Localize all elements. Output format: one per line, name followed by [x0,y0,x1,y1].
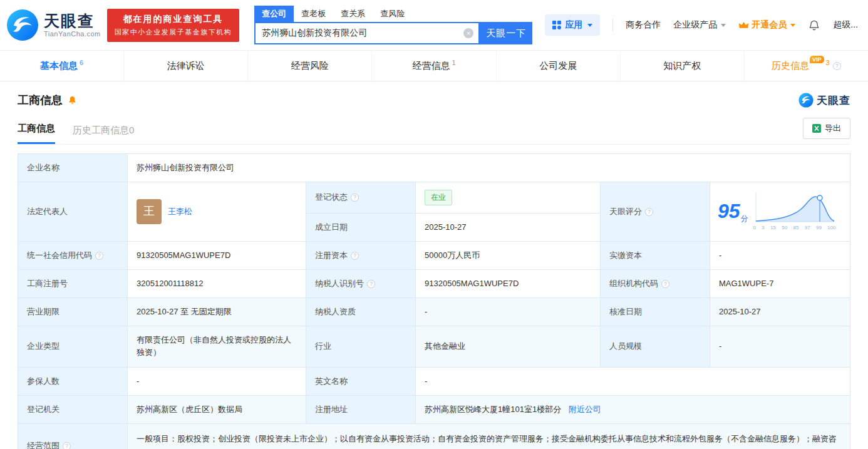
reg-number-value: 320512001118812 [128,270,306,298]
crown-icon [738,21,749,29]
field-label: 登记机关 [18,395,128,423]
label-text: 登记机关 [27,405,59,414]
brand-domain: TianYanCha.com [44,30,101,38]
help-icon[interactable]: ? [661,280,669,288]
super-vip-link[interactable]: 超级... [833,19,858,31]
legal-rep-link[interactable]: 王李松 [168,205,192,218]
field-label: 成立日期 [306,213,416,241]
row-insured-count: 参保人数 - 英文名称 - [18,367,850,395]
tab-label: 基本信息 [40,60,78,72]
paid-capital-value: - [710,241,850,269]
company-name-value: 苏州狮山创新投资有限公司 [128,154,850,182]
top-header: 天眼查 TianYanCha.com 都在用的商业查询工具 国家中小企业发展子基… [0,0,868,50]
tab-label: 公司发展 [539,60,577,72]
tab-company-development[interactable]: 公司发展 [496,51,620,81]
field-label: 营业期限 [18,298,128,326]
search-tab-boss[interactable]: 查老板 [294,6,333,22]
label-text: 统一社会信用代码 [27,250,92,260]
excel-icon [812,124,821,133]
field-label: 组织机构代码? [601,270,710,298]
clear-search-icon[interactable]: × [463,28,473,38]
score-distribution-chart: 0 3 15 50 85 97 99 100 [753,191,836,232]
search-tab-company[interactable]: 查公司 [254,6,294,22]
help-icon[interactable]: ? [351,252,359,260]
score-curve [753,191,836,224]
tab-basic-info[interactable]: 基本信息 6 [0,51,123,81]
promo-banner: 都在用的商业查询工具 国家中小企业发展子基金旗下机构 [107,9,240,42]
tab-operating-risk[interactable]: 经营风险 [247,51,371,81]
field-label: 企业名称 [18,154,128,182]
tianyancha-company-page: 天眼查 TianYanCha.com 都在用的商业查询工具 国家中小企业发展子基… [0,0,868,449]
business-info-table: 企业名称 苏州狮山创新投资有限公司 法定代表人 王 王李松 登记状态? 在业 [18,153,850,449]
label-text: 核准日期 [609,307,642,316]
enterprise-products-menu[interactable]: 企业级产品 [673,19,726,31]
subtab-business-info[interactable]: 工商信息 [18,123,55,144]
apps-menu[interactable]: 应用 [545,14,600,36]
field-label: 工商注册号 [18,270,128,298]
score-axis-ticks: 0 3 15 50 85 97 99 100 [753,224,836,232]
search-input[interactable] [262,28,463,38]
search-tab-relation[interactable]: 查关系 [333,6,373,22]
label-text: 纳税人识别号 [315,279,364,288]
business-cooperation-link[interactable]: 商务合作 [626,19,661,31]
legal-rep-avatar[interactable]: 王 [137,199,162,224]
section-title: 工商信息 [18,93,63,108]
help-icon[interactable]: ? [63,442,71,449]
field-label: 法定代表人 [18,182,128,242]
caret-down-icon [721,24,726,27]
label-text: 注册资本 [315,250,348,260]
label-text: 英文名称 [315,376,348,386]
promo-line1: 都在用的商业查询工具 [115,14,232,25]
nearby-companies-link[interactable]: 附近公司 [569,405,601,414]
tab-operating-info[interactable]: 经营信息 1 [371,51,495,81]
tab-label: 法律诉讼 [167,60,205,72]
search-tab-risk[interactable]: 查风险 [373,6,412,22]
search-submit-button[interactable]: 天眼一下 [480,22,532,44]
tab-label: 知识产权 [663,60,701,72]
tab-history-info[interactable]: 历史信息 VIP 3 ? [744,51,868,81]
tab-label: 经营信息 [412,60,450,72]
label-text: 营业期限 [27,307,59,316]
label-text: 组织机构代码 [609,279,658,288]
monitor-bell-button[interactable] [68,95,77,105]
status-badge: 在业 [425,190,452,205]
field-label: 英文名称 [306,367,416,395]
label-text: 企业类型 [27,341,59,351]
field-label: 核准日期 [601,298,710,326]
search-row: × 天眼一下 [254,22,532,44]
open-membership-menu[interactable]: 开通会员 [738,19,795,31]
subtab-history-business-info[interactable]: 历史工商信息0 [73,125,134,144]
insured-count-value: - [128,367,306,395]
tab-intellectual-property[interactable]: 知识产权 [620,51,744,81]
caret-down-icon [790,24,795,27]
tick: 97 [805,224,810,232]
membership-label: 开通会员 [752,19,787,31]
row-credit-code: 统一社会信用代码? 91320505MAG1WUPE7D 注册资本? 50000… [18,241,850,269]
tab-legal-proceedings[interactable]: 法律诉讼 [123,51,247,81]
score-value: 95 [718,200,740,222]
brand-logo[interactable]: 天眼查 TianYanCha.com [6,9,101,41]
notifications-button[interactable] [808,18,820,32]
export-button[interactable]: 导出 [803,118,850,139]
tianyancha-eye-icon [6,9,39,41]
field-label: 人员规模 [601,326,710,367]
english-name-value: - [416,367,850,395]
score-unit: 分 [741,214,748,223]
taxpayer-id-value: 91320505MAG1WUPE7D [416,270,601,298]
brand-name: 天眼查 [44,13,101,30]
field-label: 企业类型 [18,326,128,367]
tick: 15 [770,224,776,232]
help-icon[interactable]: ? [95,252,103,260]
help-icon[interactable]: ? [645,208,653,216]
help-icon[interactable]: ? [351,194,359,202]
row-business-scope: 经营范围? 一般项目：股权投资；创业投资（限投资未上市企业）；以自有资金从事投资… [18,423,850,449]
tick: 0 [753,224,756,232]
help-icon[interactable]: ? [367,280,375,288]
label-text: 注册地址 [315,405,348,414]
divider [612,19,613,31]
tab-count: 3 [826,59,830,66]
help-icon[interactable]: ? [833,62,841,70]
staff-size-value: - [710,326,850,367]
bell-icon [808,18,820,32]
caret-down-icon [587,24,592,27]
